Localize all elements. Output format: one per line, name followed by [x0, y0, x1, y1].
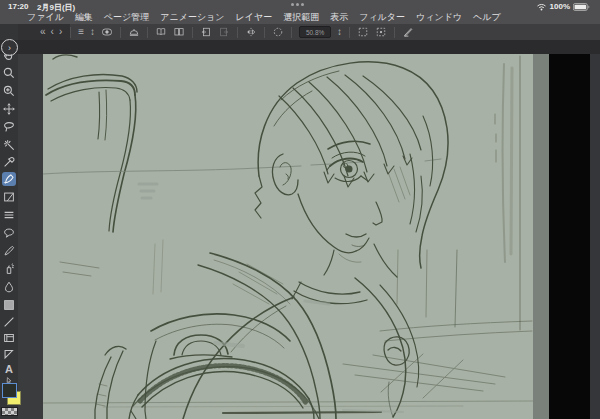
shape-tool[interactable] [2, 331, 16, 345]
line-tool[interactable] [2, 315, 16, 329]
menu-animation[interactable]: アニメーション [160, 11, 224, 24]
menu-file[interactable]: ファイル [27, 11, 64, 24]
menu-bar: ファイル 編集 ページ管理 アニメーション レイヤー 選択範囲 表示 フィルター… [0, 11, 501, 24]
stepper-icon[interactable]: ↕ [90, 26, 95, 38]
auto-select-tool[interactable] [2, 138, 16, 152]
menu-edit[interactable]: 編集 [75, 11, 93, 24]
multitask-indicator[interactable] [291, 3, 304, 6]
operate-tool[interactable] [2, 84, 16, 98]
zoom-indicator[interactable]: 50.8% [299, 26, 331, 38]
eyedropper-tool[interactable] [2, 155, 16, 169]
clock: 17:20 [8, 2, 28, 11]
brush-tool[interactable] [2, 244, 16, 258]
text-tool[interactable]: A [2, 362, 16, 376]
move-tool[interactable] [2, 102, 16, 116]
battery-icon [573, 3, 590, 11]
airbrush-tool[interactable] [2, 262, 16, 276]
canvas-artwork [43, 54, 533, 419]
lasso-tool[interactable] [2, 120, 16, 134]
toolbox: A [0, 24, 18, 419]
menu-view[interactable]: 表示 [330, 11, 348, 24]
page-forward-icon[interactable] [218, 26, 230, 38]
collapse-left-icon[interactable]: « [40, 26, 46, 38]
right-edge-bar [590, 54, 600, 419]
select-marquee-icon[interactable] [357, 26, 369, 38]
transparent-color-swatch[interactable] [1, 407, 18, 416]
zoom-stepper-icon[interactable]: ↕ [337, 26, 342, 38]
menu-layer[interactable]: レイヤー [236, 11, 273, 24]
wifi-icon [536, 3, 547, 11]
pen-tool[interactable] [2, 172, 16, 186]
foreground-color-swatch[interactable] [2, 383, 17, 398]
status-right-cluster: 100% [536, 2, 590, 11]
page-back-icon[interactable] [200, 26, 212, 38]
fill-tool[interactable] [2, 298, 16, 312]
menu-window[interactable]: ウィンドウ [416, 11, 462, 24]
nav-zone: « ‹ › [18, 24, 70, 40]
zoom-tool[interactable] [2, 66, 16, 80]
menu-help[interactable]: ヘルプ [473, 11, 501, 24]
visibility-badge-icon[interactable] [101, 26, 113, 38]
off-page-area [549, 54, 590, 419]
nav-back-icon[interactable]: ‹ [51, 26, 54, 38]
book-spread-icon[interactable] [155, 26, 167, 38]
battery-percent: 100% [550, 2, 570, 11]
pen-line-icon[interactable] [402, 26, 414, 38]
nav-forward-icon[interactable]: › [59, 26, 62, 38]
palette-bar [18, 54, 43, 419]
figure-lines-tool[interactable] [2, 208, 16, 222]
canvas-area[interactable] [43, 54, 533, 419]
menu-page-manage[interactable]: ページ管理 [104, 11, 149, 24]
off-page-strip [533, 54, 549, 419]
blend-tool[interactable] [2, 280, 16, 294]
gradient-tool[interactable] [2, 347, 16, 361]
frame-border-tool[interactable] [2, 190, 16, 204]
flip-horizontal-icon[interactable] [245, 26, 257, 38]
tool-tray-icon[interactable] [128, 26, 140, 38]
tab-bar [0, 40, 600, 54]
rotate-reset-icon[interactable] [272, 26, 284, 38]
toolbox-panel-toggle[interactable]: › [1, 39, 18, 56]
command-bar-spacer [0, 24, 18, 40]
balloon-tool[interactable] [2, 226, 16, 240]
menu-lines-icon[interactable]: ≡ [78, 26, 84, 38]
page-split-icon[interactable] [173, 26, 185, 38]
menu-selection[interactable]: 選択範囲 [283, 11, 319, 24]
menu-filter[interactable]: フィルター [359, 11, 405, 24]
select-marquee-alt-icon[interactable] [375, 26, 387, 38]
command-bar: « ‹ › ≡ ↕ 50.8% ↕ [0, 24, 600, 40]
